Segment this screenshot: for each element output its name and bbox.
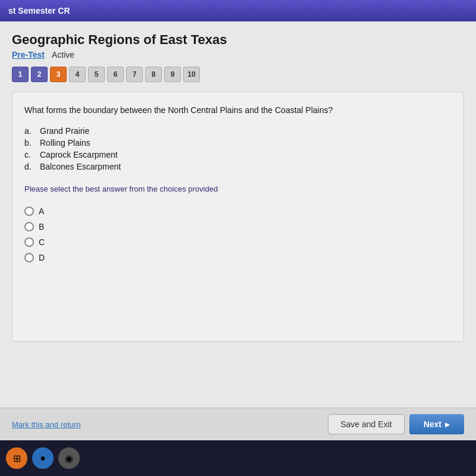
question-card: What forms the boundary between the Nort… — [12, 92, 464, 342]
radio-label-b: B — [39, 222, 44, 231]
radio-option-a[interactable]: A — [24, 206, 452, 216]
next-button[interactable]: Next — [409, 414, 464, 434]
taskbar-icon-3[interactable]: ◉ — [58, 447, 80, 469]
radio-circle-d[interactable] — [24, 253, 34, 262]
radio-option-c[interactable]: C — [24, 237, 452, 247]
tab-7[interactable]: 7 — [126, 67, 143, 82]
tab-9[interactable]: 9 — [164, 67, 181, 82]
main-content: Geographic Regions of East Texas Pre-Tes… — [0, 21, 476, 440]
save-exit-button[interactable]: Save and Exit — [328, 414, 404, 434]
bottom-buttons: Save and Exit Next — [328, 414, 464, 434]
tab-2[interactable]: 2 — [31, 67, 48, 82]
tab-1[interactable]: 1 — [12, 67, 29, 82]
choices-list: a. Grand Prairie b. Rolling Plains c. Ca… — [24, 125, 452, 173]
tab-5[interactable]: 5 — [88, 67, 105, 82]
radio-option-d[interactable]: D — [24, 253, 452, 262]
tab-10[interactable]: 10 — [183, 67, 200, 82]
radio-label-c: C — [39, 237, 45, 247]
choice-a: a. Grand Prairie — [24, 125, 452, 137]
taskbar: ⊞ ● ◉ — [0, 440, 476, 476]
radio-group: A B C D — [24, 206, 452, 262]
taskbar-icon-2[interactable]: ● — [32, 447, 54, 469]
tab-6[interactable]: 6 — [107, 67, 124, 82]
radio-circle-c[interactable] — [24, 237, 34, 247]
question-text: What forms the boundary between the Nort… — [24, 104, 452, 117]
page-title: Geographic Regions of East Texas — [12, 32, 464, 48]
radio-option-b[interactable]: B — [24, 222, 452, 231]
taskbar-icon-1[interactable]: ⊞ — [6, 447, 27, 469]
radio-label-d: D — [39, 253, 45, 262]
tabs-row: 1 2 3 4 5 6 7 8 9 10 — [12, 67, 464, 82]
tab-3[interactable]: 3 — [50, 67, 67, 82]
radio-circle-b[interactable] — [24, 222, 34, 231]
choice-b: b. Rolling Plains — [24, 137, 452, 149]
top-bar: st Semester CR — [0, 0, 476, 21]
choice-c: c. Caprock Escarpment — [24, 149, 452, 161]
tab-4[interactable]: 4 — [69, 67, 86, 82]
radio-circle-a[interactable] — [24, 206, 34, 216]
subtitle-row: Pre-Test Active — [12, 50, 464, 60]
radio-label-a: A — [39, 206, 44, 216]
tab-8[interactable]: 8 — [145, 67, 162, 82]
choice-d: d. Balcones Escarpment — [24, 161, 452, 173]
status-label: Active — [52, 50, 74, 60]
mark-return-link[interactable]: Mark this and return — [12, 420, 81, 429]
top-bar-title: st Semester CR — [8, 6, 70, 15]
instruction-text: Please select the best answer from the c… — [24, 184, 452, 193]
bottom-bar: Mark this and return Save and Exit Next — [0, 408, 476, 440]
pre-test-label[interactable]: Pre-Test — [12, 50, 45, 60]
